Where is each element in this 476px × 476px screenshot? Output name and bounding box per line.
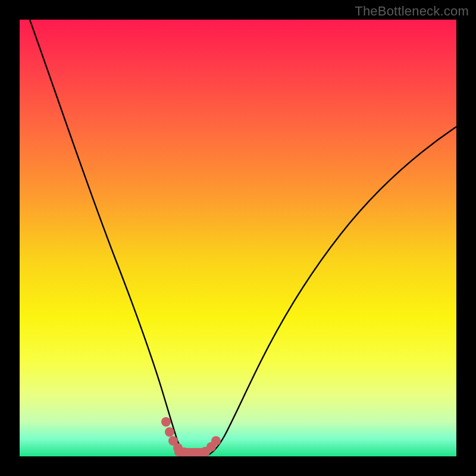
- watermark-label: TheBottleneck.com: [355, 4, 469, 19]
- plot-area: [20, 20, 456, 456]
- bottleneck-curve: [30, 20, 456, 456]
- svg-rect-10: [174, 448, 210, 456]
- valley-markers: [161, 417, 221, 456]
- chart-svg: [20, 20, 456, 456]
- svg-point-0: [161, 417, 171, 427]
- chart-frame: TheBottleneck.com: [0, 0, 476, 476]
- svg-point-9: [211, 436, 221, 446]
- svg-point-1: [165, 427, 174, 437]
